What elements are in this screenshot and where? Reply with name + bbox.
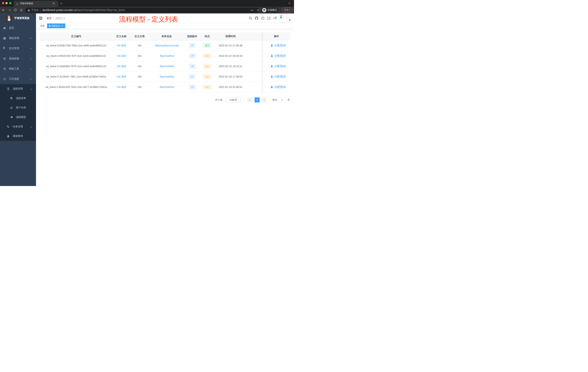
svg-text:?: ? <box>262 17 263 19</box>
